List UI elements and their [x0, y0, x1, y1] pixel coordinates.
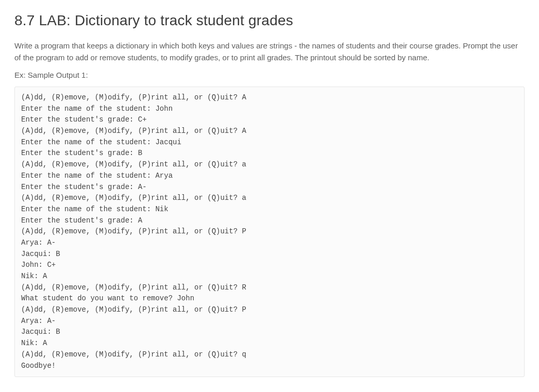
problem-description: Write a program that keeps a dictionary … [14, 40, 525, 63]
page-title: 8.7 LAB: Dictionary to track student gra… [14, 12, 525, 29]
example-label: Ex: Sample Output 1: [14, 71, 525, 79]
sample-output-block: (A)dd, (R)emove, (M)odify, (P)rint all, … [14, 87, 525, 377]
